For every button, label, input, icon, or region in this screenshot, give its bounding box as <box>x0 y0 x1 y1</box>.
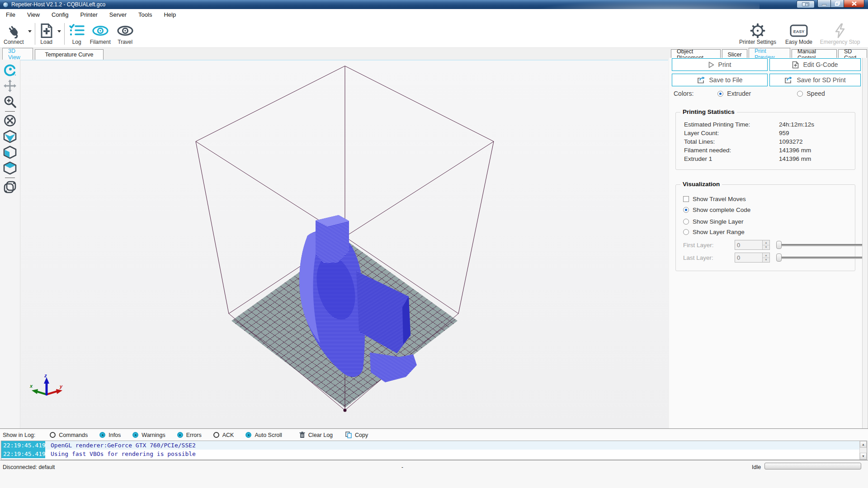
easy-mode-button[interactable]: EASY Easy Mode <box>781 21 816 47</box>
spin-up-icon[interactable]: ▲ <box>763 240 769 245</box>
panel-scrollbar[interactable] <box>862 58 868 428</box>
slider-thumb[interactable] <box>776 241 782 249</box>
last-layer-spinner[interactable]: ▲▼ <box>735 253 770 263</box>
toggle-autoscroll[interactable]: Auto Scroll <box>245 432 282 438</box>
first-layer-input[interactable] <box>735 240 762 249</box>
spin-down-icon[interactable]: ▼ <box>763 245 769 250</box>
scroll-up-icon[interactable]: ▲ <box>860 441 867 448</box>
toggle-travel-button[interactable]: Travel <box>113 21 137 47</box>
edit-gcode-button[interactable]: Edit G-Code <box>769 58 861 71</box>
scroll-down-icon[interactable]: ▼ <box>860 453 867 460</box>
spin-down-icon[interactable]: ▼ <box>763 258 769 263</box>
toggle-errors[interactable]: Errors <box>177 432 202 438</box>
maximize-button[interactable] <box>831 0 844 8</box>
save-to-file-button[interactable]: Save to File <box>672 74 768 86</box>
gcode-model <box>299 215 417 382</box>
log-label: Log <box>72 39 81 45</box>
lightning-bolt-icon <box>834 22 846 39</box>
log-message: Using fast VBOs for rendering is possibl… <box>45 450 196 457</box>
axis-y-label: y <box>59 384 63 389</box>
print-preview-panel: Print Edit G-Code Save to File Save for … <box>669 58 868 428</box>
first-layer-slider[interactable] <box>776 240 863 249</box>
toggle-warnings[interactable]: Warnings <box>132 432 165 438</box>
menu-help[interactable]: Help <box>158 9 182 20</box>
log-message: OpenGL renderer:GeForce GTX 760/PCIe/SSE… <box>45 442 196 449</box>
toggle-filament-button[interactable]: Filament <box>87 21 113 47</box>
fit-view-button[interactable] <box>2 113 18 128</box>
canvas-top-highlight <box>20 60 668 61</box>
caret-down-icon <box>28 30 32 33</box>
first-layer-spinner[interactable]: ▲▼ <box>735 240 770 250</box>
svg-text:EASY: EASY <box>793 29 805 34</box>
rotate-view-button[interactable] <box>2 62 18 78</box>
toggle-log-button[interactable]: Log <box>66 21 87 47</box>
zoom-view-button[interactable] <box>2 94 18 109</box>
print-button[interactable]: Print <box>672 58 768 71</box>
projection-toggle-button[interactable] <box>2 179 18 195</box>
toggle-ack[interactable]: ACK <box>213 432 234 438</box>
show-travel-moves-checkbox[interactable] <box>683 196 689 202</box>
bed-origin-dot <box>344 409 347 412</box>
display-icon <box>802 2 809 6</box>
cube-top-icon <box>3 161 17 175</box>
spin-up-icon[interactable]: ▲ <box>763 253 769 258</box>
log-toolbar: Show in Log: Commands Infos Warnings Err… <box>0 429 868 441</box>
menu-view[interactable]: View <box>21 9 46 20</box>
move-view-button[interactable] <box>2 78 18 94</box>
last-layer-input[interactable] <box>735 253 762 262</box>
toggle-infos[interactable]: Infos <box>99 432 121 438</box>
axis-indicator: x y z <box>29 373 63 394</box>
load-dropdown[interactable] <box>56 16 62 47</box>
menu-server[interactable]: Server <box>104 9 132 20</box>
toolbar-separator <box>64 23 65 45</box>
minimize-button[interactable] <box>817 0 831 8</box>
menu-file[interactable]: File <box>0 9 21 20</box>
toggle-on-icon <box>177 432 183 438</box>
connect-button[interactable]: Connect <box>1 21 27 47</box>
3d-viewport[interactable]: x y z <box>21 60 669 428</box>
load-label: Load <box>40 39 52 45</box>
titlebar-extra-button[interactable] <box>797 0 815 8</box>
close-button[interactable] <box>844 0 864 8</box>
load-button[interactable]: Load <box>37 21 56 47</box>
radio-speed[interactable] <box>797 91 803 97</box>
stat-row: Extruder 1 141396 mm <box>684 155 847 164</box>
log-timestamp: 22:19:45.419 <box>1 441 45 450</box>
tab-3d-view[interactable]: 3D View <box>2 48 33 60</box>
filament-eye-icon <box>91 22 109 39</box>
clear-log-button[interactable]: Clear Log <box>299 432 333 438</box>
visualization-title: Visualization <box>680 181 722 188</box>
menu-tools[interactable]: Tools <box>132 9 158 20</box>
show-layer-range-radio[interactable] <box>683 229 689 235</box>
menu-bar: File View Config Printer Server Tools He… <box>0 9 868 20</box>
copy-log-button[interactable]: Copy <box>345 432 368 438</box>
magnifier-plus-icon <box>4 95 16 108</box>
show-single-layer-radio[interactable] <box>683 219 689 225</box>
log-entry: 22:19:45.419 Using fast VBOs for renderi… <box>1 450 867 458</box>
front-view-button[interactable] <box>2 145 18 160</box>
tab-temperature-curve[interactable]: Temperature Curve <box>35 49 104 60</box>
save-for-sd-button[interactable]: Save for SD Print <box>769 74 861 86</box>
toggle-commands[interactable]: Commands <box>50 432 88 438</box>
top-view-button[interactable] <box>2 160 18 176</box>
tool-separator <box>5 111 15 112</box>
emergency-stop-button[interactable]: Emergency Stop <box>816 21 863 47</box>
status-bar: Disconnected: default - Idle <box>0 460 868 488</box>
show-single-layer-label: Show Single Layer <box>693 218 744 225</box>
travel-eye-icon <box>116 22 134 39</box>
caret-down-icon <box>57 30 61 33</box>
log-scrollbar[interactable]: ▲ ▼ <box>859 441 867 460</box>
show-in-log-label: Show in Log: <box>3 432 35 438</box>
toggle-on-icon <box>132 432 138 438</box>
menu-printer[interactable]: Printer <box>74 9 103 20</box>
gear-icon <box>750 22 766 39</box>
show-complete-code-radio[interactable] <box>683 207 689 213</box>
slider-thumb[interactable] <box>776 253 782 262</box>
isometric-view-button[interactable] <box>2 129 18 144</box>
log-output[interactable]: 22:19:45.419 OpenGL renderer:GeForce GTX… <box>1 441 867 460</box>
last-layer-slider[interactable] <box>776 253 863 262</box>
view-tool-column <box>0 60 20 428</box>
radio-extruder[interactable] <box>717 91 723 97</box>
printer-settings-button[interactable]: Printer Settings <box>734 21 781 47</box>
connect-dropdown[interactable] <box>27 16 33 47</box>
